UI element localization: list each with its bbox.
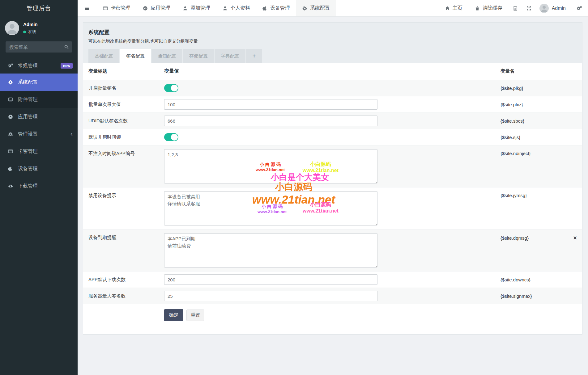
cloud-down-icon	[8, 183, 13, 188]
reset-button[interactable]: 重置	[186, 310, 204, 321]
toggle-switch[interactable]	[164, 133, 178, 141]
tab-通知配置[interactable]: 通知配置	[151, 49, 182, 63]
gear-icon	[8, 80, 13, 85]
home-icon	[445, 6, 450, 11]
add-tab-button[interactable]: +	[246, 49, 262, 63]
sidebar-item-label: 附件管理	[18, 96, 38, 103]
sidebar-submenu: 系统配置附件管理	[0, 74, 78, 108]
sidebar-item-apps[interactable]: 应用管理	[0, 108, 78, 125]
navbar-item-label: 个人资料	[230, 5, 250, 11]
sidebar-item-devices[interactable]: 设备管理	[0, 160, 78, 177]
col-header-value: 变量值	[164, 68, 501, 74]
circle-up-dark-icon	[8, 114, 13, 119]
sidebar-item-label: 系统配置	[18, 79, 38, 86]
value-input[interactable]	[164, 116, 377, 126]
app-title: 管理后台	[0, 0, 78, 17]
tab-存储配置[interactable]: 存储配置	[183, 49, 214, 63]
row-label: 默认开启时间锁	[88, 134, 164, 140]
chevron-left-icon: ‹	[70, 131, 73, 137]
row-label: 不注入时间锁APP编号	[88, 145, 164, 157]
navbar-item-profile[interactable]: 个人资料	[216, 0, 256, 16]
avatar[interactable]	[5, 21, 19, 35]
navbar-item-add[interactable]: 添加管理	[177, 0, 216, 16]
card-icon	[103, 6, 108, 11]
remove-variable-icon[interactable]: ×	[573, 235, 577, 241]
panel-body: 变量标题变量值变量名开启批量签名{$site.plkg}批量单次最大值{$sit…	[83, 63, 582, 334]
tab-字典配置[interactable]: 字典配置	[215, 49, 245, 63]
table-row: UDID默认签名次数{$site.sbcs}	[83, 113, 582, 129]
row-label: 开启批量签名	[88, 85, 164, 91]
navbar-item-label: 设备管理	[270, 5, 290, 11]
col-header-label: 变量标题	[88, 68, 164, 74]
user-panel: Admin 在线	[0, 17, 78, 38]
sidebar-menu: 常规管理new系统配置附件管理应用管理管理设置‹卡密管理设备管理下载管理	[0, 58, 78, 195]
search-input[interactable]	[6, 41, 72, 53]
navbar-item-cards[interactable]: 卡密管理	[97, 0, 137, 16]
circle-up-icon	[143, 6, 148, 11]
table-row: APP默认下载次数{$site.downcs}	[83, 272, 582, 288]
admin-menu[interactable]: Admin	[552, 6, 566, 11]
navbar-tabs: 卡密管理应用管理添加管理个人资料设备管理系统配置	[97, 0, 336, 16]
sidebar-item-label: 常规管理	[18, 63, 38, 69]
clear-cache-button[interactable]: 清除缓存	[469, 5, 509, 11]
variable-name: {$site.plxz}	[501, 102, 523, 107]
value-input[interactable]	[164, 99, 377, 110]
apple-icon	[262, 6, 267, 11]
fullscreen-icon[interactable]	[522, 0, 536, 16]
confirm-button[interactable]: 确定	[164, 309, 183, 321]
value-input[interactable]	[164, 274, 377, 285]
page-title: 系统配置	[88, 29, 577, 36]
table-row: 批量单次最大值{$site.plxz}	[83, 96, 582, 113]
row-label: 服务器最大签名数	[88, 293, 164, 299]
card-icon	[8, 149, 13, 154]
apple-icon	[8, 166, 13, 171]
home-label: 主页	[453, 5, 462, 11]
sidebar-item-general[interactable]: 常规管理new	[0, 58, 78, 74]
sidebar-item-cards[interactable]: 卡密管理	[0, 143, 78, 160]
navbar-avatar[interactable]	[539, 4, 549, 13]
config-table: 变量标题变量值变量名开启批量签名{$site.plkg}批量单次最大值{$sit…	[83, 63, 582, 304]
sidebar-item-system-config[interactable]: 系统配置	[0, 74, 78, 91]
home-link[interactable]: 主页	[439, 5, 469, 11]
user-name: Admin	[23, 22, 38, 27]
table-row: 不注入时间锁APP编号1,2,3{$site.noinject}	[83, 145, 582, 188]
sidebar-item-label: 管理设置	[18, 131, 38, 137]
row-label: UDID默认签名次数	[88, 118, 164, 124]
tab-基础配置[interactable]: 基础配置	[88, 49, 119, 63]
toggle-switch[interactable]	[164, 84, 178, 92]
new-badge: new	[61, 63, 73, 69]
value-textarea[interactable]: 本APP已到期 请前往续费	[164, 233, 377, 268]
navbar-item-devices[interactable]: 设备管理	[256, 0, 296, 16]
sidebar-item-attachments[interactable]: 附件管理	[0, 91, 78, 108]
table-header-row: 变量标题变量值变量名	[83, 63, 582, 80]
table-row: 默认开启时间锁{$site.sjs}	[83, 129, 582, 145]
variable-name: {$site.sbcs}	[501, 118, 524, 124]
value-textarea[interactable]: 本设备已被禁用 详情请联系客服	[164, 191, 377, 225]
user-status: 在线	[23, 29, 38, 35]
sidebar-item-label: 设备管理	[18, 166, 38, 172]
sidebar-item-admin-settings[interactable]: 管理设置‹	[0, 125, 78, 143]
language-icon[interactable]	[509, 0, 522, 16]
navbar-item-label: 应用管理	[151, 5, 170, 11]
value-textarea[interactable]: 1,2,3	[164, 149, 377, 183]
sidebar-toggle-button[interactable]	[78, 0, 97, 16]
tab-签名配置[interactable]: 签名配置	[120, 49, 151, 63]
table-row: 服务器最大签名数{$site.signmax}	[83, 288, 582, 304]
online-dot	[23, 31, 26, 33]
navbar-item-system-config[interactable]: 系统配置	[296, 0, 336, 16]
value-input[interactable]	[164, 291, 377, 301]
search-icon[interactable]	[64, 44, 69, 49]
row-label: 禁用设备提示	[88, 188, 164, 199]
form-actions: 确定 重置	[83, 304, 582, 323]
sidebar-item-label: 下载管理	[18, 183, 38, 189]
settings-cogs-icon[interactable]	[573, 0, 583, 16]
sidebar-item-downloads[interactable]: 下载管理	[0, 177, 78, 195]
navbar-item-apps[interactable]: 应用管理	[137, 0, 177, 16]
gear-icon	[302, 6, 307, 11]
cogs-icon	[8, 63, 13, 68]
variable-name: {$site.signmax}	[501, 293, 532, 299]
col-header-var: 变量名	[501, 68, 577, 74]
image-icon	[8, 97, 13, 102]
config-tabs: 基础配置签名配置通知配置存储配置字典配置+	[88, 49, 577, 63]
sidebar: 管理后台 Admin 在线 常规管理new系统配置附件管理应用管理管理设置‹卡密…	[0, 0, 78, 375]
